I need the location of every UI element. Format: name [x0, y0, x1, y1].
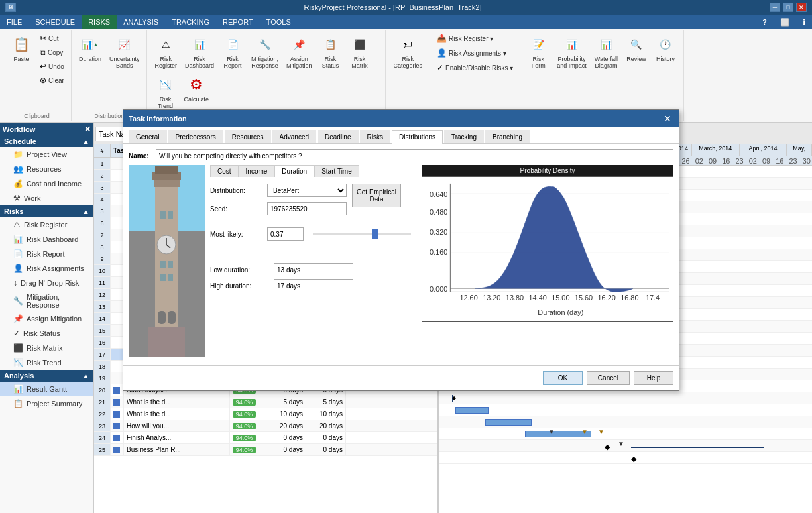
ok-button[interactable]: OK	[543, 371, 583, 385]
most-likely-input[interactable]	[267, 227, 304, 241]
cost-icon: 💰	[13, 179, 23, 188]
sidebar-item-assign-mit[interactable]: 📌 Assign Mitigation	[0, 312, 93, 326]
sidebar-item-cost-income[interactable]: 💰 Cost and Income	[0, 176, 93, 191]
tab-branching[interactable]: Branching	[485, 130, 530, 143]
sidebar-item-work[interactable]: ⚒ Work	[0, 191, 93, 205]
mitigation-response-button[interactable]: 🔧 Mitigation,Response	[248, 32, 282, 71]
seed-input[interactable]	[267, 202, 347, 215]
close-button[interactable]: ✕	[796, 3, 807, 12]
tab-general[interactable]: General	[129, 130, 167, 143]
sidebar-item-result-gantt[interactable]: 📊 Result Gantt	[0, 382, 93, 396]
low-duration-input[interactable]	[274, 263, 353, 276]
cancel-button[interactable]: Cancel	[587, 371, 630, 385]
waterfall-button[interactable]: 📊 WaterfallDiagram	[591, 32, 621, 71]
dialog-close-button[interactable]: ✕	[662, 113, 673, 125]
clear-button[interactable]: ⊗ Clear	[37, 74, 67, 87]
workflow-close-button[interactable]: ✕	[84, 125, 91, 134]
risk-register-button[interactable]: ⚠ RiskRegister	[151, 32, 180, 71]
sidebar-item-risk-assignments[interactable]: 👤 Risk Assignments	[0, 261, 93, 276]
risk-matrix-button[interactable]: ⬛ RiskMatrix	[346, 32, 374, 71]
sidebar-item-risk-report[interactable]: 📄 Risk Report	[0, 247, 93, 261]
sidebar-item-risk-trend[interactable]: 📉 Risk Trend	[0, 355, 93, 370]
prob-impact-button[interactable]: 📊 Probabilityand Impact	[553, 32, 590, 71]
high-duration-input[interactable]	[274, 279, 353, 292]
ribbon-group-settings: 🏷 RiskCategories Settings	[386, 30, 430, 121]
subtab-start-time[interactable]: Start Time	[314, 165, 359, 177]
sidebar-item-drag-risk[interactable]: ↕ Drag N' Drop Risk	[0, 276, 93, 290]
risk-status-button[interactable]: 📋 RiskStatus	[317, 32, 345, 71]
assign-mitigation-button[interactable]: 📌 AssignMitigation	[283, 32, 316, 71]
undo-button[interactable]: ↩ Undo	[37, 60, 67, 73]
calculate-button[interactable]: ⚙ Calculate	[180, 72, 212, 105]
categories-label: RiskCategories	[393, 56, 422, 69]
menu-report[interactable]: REPORT	[216, 15, 260, 29]
menu-info[interactable]: ℹ	[796, 15, 812, 29]
subtab-duration[interactable]: Duration	[274, 165, 314, 177]
tab-deadline[interactable]: Deadline	[318, 130, 358, 143]
risks-section[interactable]: Risks ▲	[0, 205, 93, 217]
tab-risks[interactable]: Risks	[360, 130, 390, 143]
sidebar-item-resources[interactable]: 👥 Resources	[0, 162, 93, 176]
sidebar-item-risk-matrix[interactable]: ⬛ Risk Matrix	[0, 341, 93, 355]
svg-text:12.60: 12.60	[459, 294, 477, 302]
menu-tracking[interactable]: TRACKING	[165, 15, 216, 29]
tab-predecessors[interactable]: Predecessors	[168, 130, 223, 143]
copy-button[interactable]: ⧉ Copy	[37, 46, 67, 59]
tab-distributions[interactable]: Distributions	[392, 130, 443, 144]
tab-resources[interactable]: Resources	[225, 130, 271, 143]
mar-header: March, 2014	[692, 144, 740, 156]
menu-help[interactable]: ?	[756, 15, 774, 29]
sidebar-item-project-summary[interactable]: 📋 Project Summary	[0, 396, 93, 411]
svg-text:0.000: 0.000	[430, 285, 447, 293]
sidebar-item-risk-status[interactable]: ✓ Risk Status	[0, 326, 93, 341]
title-bar: 🖥 RiskyProject Professional - [RP_Busine…	[0, 0, 812, 15]
subtab-income[interactable]: Income	[239, 165, 275, 177]
schedule-section[interactable]: Schedule ▲	[0, 135, 93, 147]
risk-categories-button[interactable]: 🏷 RiskCategories	[390, 32, 426, 71]
sidebar-item-mitigation[interactable]: 🔧 Mitigation, Response	[0, 290, 93, 312]
cut-button[interactable]: ✂ Cut	[37, 32, 67, 45]
subtab-cost[interactable]: Cost	[210, 165, 239, 177]
arrow-23c: ▼	[598, 428, 605, 435]
window-controls[interactable]: ─ □ ✕	[770, 3, 807, 12]
task-name-input[interactable]: Will you be competing directly with comp…	[156, 149, 673, 162]
menu-connect[interactable]: ⬜	[774, 15, 796, 29]
menu-risks[interactable]: RISKS	[82, 15, 117, 29]
get-empirical-button[interactable]: Get EmpiricalData	[352, 184, 401, 207]
risk-report-icon: 📄	[222, 34, 243, 55]
risk-form-button[interactable]: 📝 RiskForm	[524, 32, 552, 71]
slider-thumb[interactable]	[372, 229, 378, 239]
risk-register-export-button[interactable]: 📤 Risk Register ▾	[434, 32, 496, 45]
enable-disable-button[interactable]: ✓ Enable/Disable Risks ▾	[434, 61, 516, 74]
rep-icon: 📄	[13, 249, 23, 258]
duration-button[interactable]: 📊▲ Duration	[76, 32, 105, 64]
menu-analysis[interactable]: ANALYSIS	[117, 15, 165, 29]
paste-button[interactable]: 📋 Paste	[7, 32, 36, 64]
risk-report-button[interactable]: 📄 RiskReport	[219, 32, 247, 71]
minimize-button[interactable]: ─	[770, 3, 780, 12]
tab-advanced[interactable]: Advanced	[272, 130, 316, 143]
history-button[interactable]: 🕐 History	[652, 32, 679, 64]
analysis-section[interactable]: Analysis ▲	[0, 370, 93, 382]
sidebar-item-risk-dashboard[interactable]: 📊 Risk Dashboard	[0, 232, 93, 247]
review-label: Review	[626, 56, 646, 62]
uncertainty-bands-button[interactable]: 📈 UncertaintyBands	[106, 32, 143, 71]
svg-rect-11	[160, 261, 166, 268]
maximize-button[interactable]: □	[783, 3, 793, 12]
review-button[interactable]: 🔍 Review	[622, 32, 650, 64]
help-button[interactable]: Help	[634, 371, 673, 385]
menu-file[interactable]: FILE	[0, 15, 29, 29]
svg-text:15.00: 15.00	[551, 294, 569, 302]
risk-trend-button[interactable]: 📉 RiskTrend	[151, 72, 179, 111]
menu-schedule[interactable]: SCHEDULE	[29, 15, 82, 29]
sidebar-item-risk-register[interactable]: ⚠ Risk Register	[0, 217, 93, 232]
undo-icon: ↩	[40, 62, 46, 71]
tab-tracking[interactable]: Tracking	[444, 130, 484, 143]
risk-dashboard-button[interactable]: 📊 RiskDashboard	[182, 32, 217, 71]
distribution-select[interactable]: BetaPert Normal Triangular Uniform	[267, 184, 347, 197]
menu-tools[interactable]: TOOLS	[260, 15, 298, 29]
sidebar-item-project-view[interactable]: 📁 Project View	[0, 147, 93, 162]
distribution-row: Distribution: BetaPert Normal Triangular…	[210, 184, 347, 197]
risk-assignments-button[interactable]: 👤 Risk Assignments ▾	[434, 46, 509, 60]
paste-icon: 📋	[11, 34, 32, 55]
